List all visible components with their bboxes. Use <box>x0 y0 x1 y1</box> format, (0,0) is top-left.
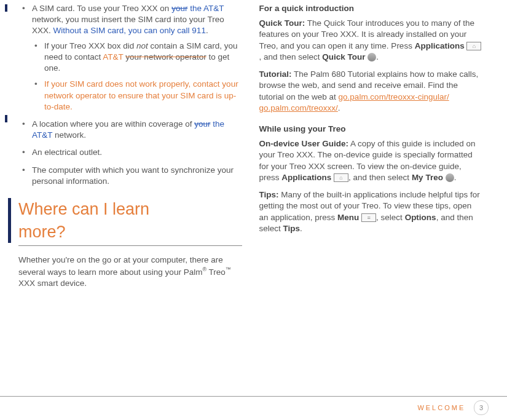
home-key-icon: ⌂ <box>334 173 348 182</box>
user-guide-paragraph: On-device User Guide: A copy of this gui… <box>259 138 483 183</box>
bullet-coverage: A location where you are within coverage… <box>18 119 242 141</box>
revision-mark <box>5 4 7 12</box>
text: An electrical outlet. <box>32 148 102 157</box>
inserted-text: If your SIM card does not work properly,… <box>44 79 238 111</box>
quick-tour-paragraph: Quick Tour: The Quick Tour introduces yo… <box>259 18 483 63</box>
run-in-head: Quick Tour: <box>259 18 305 28</box>
my-treo-icon <box>446 173 454 182</box>
intro-paragraph: Whether you're on the go or at your comp… <box>18 255 242 289</box>
bullet-outlet: An electrical outlet. <box>18 147 242 158</box>
bold-text: Tips <box>283 224 301 233</box>
quick-tour-icon <box>367 53 376 61</box>
text: The computer with which you want to sync… <box>32 165 234 186</box>
inserted-text: AT&T <box>103 52 123 61</box>
section-rule <box>18 245 242 246</box>
italic-text: not <box>136 41 148 50</box>
tutorial-link-2[interactable]: go.palm.com/treoxxx/ <box>259 103 338 113</box>
sub-bullet-sim-issue: If your SIM card does not work properly,… <box>32 79 242 113</box>
bold-text: Menu <box>337 213 359 222</box>
text: XXX smart device. <box>18 279 87 288</box>
bold-text: Applications <box>415 41 465 50</box>
text: Whether you're on the go or at your comp… <box>18 255 223 277</box>
bold-text: Quick Tour <box>322 52 365 61</box>
footer-section-label: WELCOME <box>417 404 465 411</box>
revision-mark <box>5 115 7 122</box>
subheading-quick-intro: For a quick introduction <box>259 3 483 14</box>
text: , and then select <box>259 52 323 61</box>
run-in-head: Tutorial: <box>259 69 292 79</box>
text: A SIM card. To use your Treo XXX on <box>32 4 171 13</box>
run-in-head: Tips: <box>259 190 279 199</box>
struck-text: your <box>194 119 210 129</box>
page-number: 3 <box>474 400 489 415</box>
tips-paragraph: Tips: Many of the built-in applications … <box>259 189 483 234</box>
text: , and then select <box>348 173 412 182</box>
sub-bullet-no-sim: If your Treo XXX box did not contain a S… <box>32 41 242 74</box>
tutorial-link-1[interactable]: go.palm.com/treoxxx-cingular/ <box>339 92 449 101</box>
tutorial-paragraph: Tutorial: The Palm 680 Tutorial explains… <box>259 69 483 114</box>
page-footer: WELCOME 3 <box>0 396 507 415</box>
text: , select <box>376 213 405 222</box>
bold-text: Options <box>405 213 436 222</box>
trademark: ™ <box>226 266 231 272</box>
run-in-head: On-device User Guide: <box>259 139 349 148</box>
bullet-sim-card: A SIM card. To use your Treo XXX on your… <box>18 3 242 113</box>
text: network. <box>52 130 86 140</box>
text: If your Treo XXX box did <box>44 41 136 50</box>
text: . <box>454 173 457 182</box>
inserted-text: the AT&T <box>187 4 224 13</box>
text: . <box>338 103 340 113</box>
struck-text: your <box>171 4 187 13</box>
right-column: For a quick introduction Quick Tour: The… <box>259 3 483 295</box>
home-key-icon: ⌂ <box>466 42 481 50</box>
text: . <box>206 26 208 35</box>
bold-text: Applications <box>281 173 331 182</box>
subheading-while-using: While using your Treo <box>259 124 483 135</box>
menu-key-icon: ≡ <box>361 213 376 222</box>
struck-text: your network operator <box>125 52 206 61</box>
text: Treo <box>206 267 226 277</box>
left-column: A SIM card. To use your Treo XXX on your… <box>18 3 242 295</box>
text: . <box>300 224 302 233</box>
text: . <box>376 52 379 61</box>
bold-text: My Treo <box>412 173 443 182</box>
bullet-computer: The computer with which you want to sync… <box>18 165 242 187</box>
heading-line1: Where can I learn <box>18 200 149 218</box>
inserted-text: Without a SIM card, you can only call 91… <box>53 26 206 35</box>
section-heading: Where can I learn more? <box>8 198 232 243</box>
heading-line2: more? <box>18 223 66 241</box>
text: A location where you are within coverage… <box>32 119 194 129</box>
